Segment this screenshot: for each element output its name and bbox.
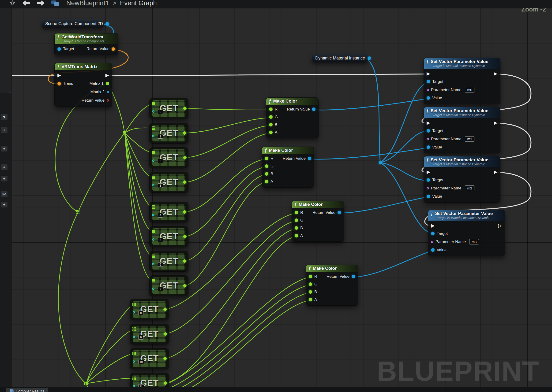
node-header[interactable]: ƒMake Color: [292, 201, 344, 208]
return-value-output-pin[interactable]: [337, 211, 341, 214]
r-input-pin[interactable]: [295, 211, 298, 214]
node-array-get-0[interactable]: GET0: [150, 98, 188, 119]
index-input-pin[interactable]: [133, 360, 135, 363]
index-value[interactable]: 6: [158, 262, 163, 267]
r-input-pin[interactable]: [269, 107, 272, 111]
b-input-pin[interactable]: [269, 123, 272, 126]
reroute-knot-array-1[interactable]: [123, 131, 126, 134]
exec-in-pin[interactable]: ▶: [427, 169, 430, 174]
compiler-results-tab[interactable]: Compiler Results: [6, 388, 48, 392]
array-input-pin[interactable]: [152, 230, 155, 233]
reroute-knot-array-3[interactable]: [84, 382, 88, 385]
node-header[interactable]: ƒ VRMTrans Matrix: [55, 63, 112, 70]
index-value[interactable]: 10: [138, 360, 144, 364]
exec-in-pin[interactable]: ▶: [431, 223, 435, 228]
back-arrow-icon[interactable]: [22, 0, 30, 6]
return-value-output-pin[interactable]: [312, 107, 315, 111]
target-input-pin[interactable]: [427, 129, 430, 133]
node-header[interactable]: ƒSet Vector Parameter Value Target is Ma…: [424, 156, 500, 167]
node-array-get-5[interactable]: GET5: [150, 226, 188, 247]
node-array-get-3[interactable]: GET3: [150, 172, 188, 192]
g-input-pin[interactable]: [295, 218, 298, 222]
node-set-vector-parameter-1[interactable]: ƒSet Vector Parameter Value Target is Ma…: [424, 58, 500, 104]
array-input-pin[interactable]: [152, 102, 155, 105]
b-input-pin[interactable]: [295, 226, 298, 230]
index-input-pin[interactable]: [133, 385, 135, 387]
r-input-pin[interactable]: [309, 275, 312, 278]
node-set-vector-parameter-2[interactable]: ƒSet Vector Parameter Value Target is Ma…: [424, 107, 500, 153]
exec-in-pin[interactable]: ▶: [57, 73, 61, 77]
node-array-get-2[interactable]: GET2: [150, 147, 188, 168]
b-input-pin[interactable]: [265, 172, 268, 176]
index-value[interactable]: 4: [158, 213, 163, 217]
exec-in-pin[interactable]: ▶: [427, 120, 430, 125]
value-input-pin[interactable]: [427, 195, 430, 198]
reroute-knot-object[interactable]: [379, 161, 382, 164]
target-input-pin[interactable]: [427, 80, 430, 83]
exec-out-pin[interactable]: ▶: [106, 73, 109, 77]
value-input-pin[interactable]: [431, 248, 435, 252]
node-array-get-8[interactable]: GET8: [130, 299, 169, 320]
trans-input-pin[interactable]: [57, 82, 61, 85]
parameter-name-input-pin[interactable]: [427, 138, 429, 140]
index-input-pin[interactable]: [152, 160, 154, 162]
node-array-get-6[interactable]: GET6: [150, 251, 188, 271]
node-scene-capture-component-2d[interactable]: Scene Capture Component 2D: [42, 20, 104, 28]
node-vrmtrans-matrix[interactable]: ƒ VRMTrans Matrix ▶ ▶ Trans Matrix 1 Mat…: [55, 63, 112, 106]
index-input-pin[interactable]: [133, 311, 135, 314]
exec-out-pin-unconnected[interactable]: ▷: [498, 223, 502, 228]
parameter-name-field[interactable]: m3: [469, 239, 479, 245]
index-value[interactable]: 9: [138, 335, 143, 340]
node-make-color-1[interactable]: ƒMake Color R Return Value G B A: [266, 98, 318, 138]
index-input-pin[interactable]: [152, 287, 154, 290]
target-input-pin[interactable]: [431, 232, 435, 235]
node-array-get-4[interactable]: GET4: [150, 202, 188, 222]
value-input-pin[interactable]: [427, 96, 430, 100]
breadcrumb-graph-name[interactable]: Event Graph: [120, 0, 157, 7]
index-input-pin[interactable]: [152, 214, 154, 216]
node-header[interactable]: ƒMake Color: [262, 147, 314, 154]
return-value-output-pin[interactable]: [351, 275, 355, 278]
node-array-get-9[interactable]: GET9: [130, 324, 169, 344]
node-make-color-2[interactable]: ƒMake Color R Return Value G B A: [262, 147, 314, 187]
rail-add-button-3[interactable]: +: [1, 164, 8, 170]
node-header[interactable]: ƒMake Color: [266, 98, 318, 105]
array-input-pin[interactable]: [132, 303, 136, 306]
index-input-pin[interactable]: [152, 263, 154, 265]
array-input-pin[interactable]: [152, 126, 155, 130]
node-header[interactable]: ƒMake Color: [306, 265, 358, 272]
index-value[interactable]: 3: [158, 183, 163, 188]
target-input-pin[interactable]: [427, 178, 430, 182]
reroute-knot-array-2[interactable]: [76, 210, 79, 214]
node-header[interactable]: ƒSet Vector Parameter Value Target is Ma…: [428, 210, 505, 221]
index-value[interactable]: 7: [158, 287, 163, 291]
index-value[interactable]: 8: [138, 310, 143, 315]
node-set-vector-parameter-3[interactable]: ƒSet Vector Parameter Value Target is Ma…: [424, 156, 500, 202]
g-input-pin[interactable]: [269, 115, 272, 119]
matrix1-array-output-pin[interactable]: [106, 82, 109, 85]
return-value-output-pin[interactable]: [112, 47, 115, 51]
g-input-pin[interactable]: [309, 282, 312, 286]
index-input-pin[interactable]: [152, 110, 154, 113]
index-value[interactable]: 5: [158, 238, 163, 242]
favorite-star-icon[interactable]: ☆: [9, 0, 16, 7]
index-value[interactable]: 1: [158, 134, 163, 139]
node-array-get-11[interactable]: GET11: [130, 373, 169, 387]
node-array-get-10[interactable]: GET10: [130, 349, 169, 369]
node-header[interactable]: ƒSet Vector Parameter Value Target is Ma…: [424, 107, 500, 118]
array-input-pin[interactable]: [152, 255, 155, 258]
return-value-output-pin[interactable]: [308, 157, 311, 160]
parameter-name-input-pin[interactable]: [431, 241, 433, 243]
b-input-pin[interactable]: [309, 290, 312, 294]
rail-add-button-4[interactable]: +: [1, 175, 8, 182]
exec-in-pin[interactable]: ▶: [427, 71, 430, 76]
index-value[interactable]: 11: [138, 384, 144, 387]
index-input-pin[interactable]: [133, 336, 135, 338]
value-input-pin[interactable]: [427, 145, 430, 149]
node-get-world-transform[interactable]: ƒ GetWorldTransform Target is Scene Comp…: [55, 34, 118, 55]
node-array-get-1[interactable]: GET1: [150, 123, 188, 143]
index-input-pin[interactable]: [152, 135, 154, 137]
forward-arrow-icon[interactable]: [37, 0, 45, 6]
rail-add-button-1[interactable]: +: [1, 127, 8, 133]
node-array-get-7[interactable]: GET7: [150, 276, 188, 296]
